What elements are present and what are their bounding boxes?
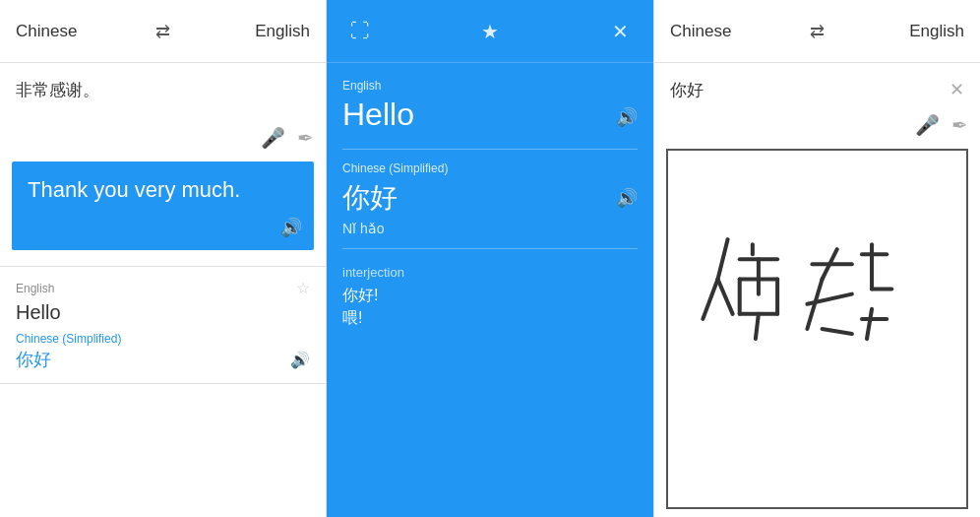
def-example-2: 喂! <box>342 308 638 329</box>
history-target-lang: Chinese (Simplified) <box>16 332 310 346</box>
left-translation-box: Thank you very much. 🔊 <box>12 162 314 250</box>
left-header: Chinese ⇄ English <box>0 0 326 63</box>
def-target-speaker[interactable]: 🔊 <box>616 187 638 209</box>
left-input-text: 非常感谢。 <box>16 81 99 99</box>
def-source-row: Hello 🔊 <box>342 97 638 137</box>
def-source-word: Hello <box>342 97 414 133</box>
right-handwriting-icon[interactable]: ✒ <box>951 113 968 137</box>
right-target-lang[interactable]: English <box>837 22 965 41</box>
def-source-speaker[interactable]: 🔊 <box>616 106 638 128</box>
def-target-lang: Chinese (Simplified) <box>342 162 638 175</box>
left-translation-speaker[interactable]: 🔊 <box>280 217 302 238</box>
swap-languages-button[interactable]: ⇄ <box>144 12 183 51</box>
history-item-header: English ☆ <box>16 279 310 297</box>
center-header: ⛶ ★ ✕ <box>327 0 653 63</box>
right-header: Chinese ⇄ English <box>654 0 980 63</box>
right-source-lang[interactable]: Chinese <box>670 22 798 41</box>
def-example-1: 你好! <box>342 286 638 306</box>
def-section-title: interjection <box>342 265 638 280</box>
right-input-icons: 🎤 ✒ <box>654 109 980 141</box>
right-input-text: 你好 <box>670 79 704 101</box>
handwriting-svg <box>668 151 966 507</box>
history-source-word: Hello <box>16 301 310 324</box>
history-translation-row: 你好 🔊 <box>16 348 310 371</box>
def-divider-2 <box>342 248 638 249</box>
right-panel: Chinese ⇄ English 你好 ✕ 🎤 ✒ <box>653 0 980 517</box>
right-swap-button[interactable]: ⇄ <box>798 12 837 51</box>
def-romanization: Nǐ hǎo <box>342 221 638 236</box>
left-input-icons: 🎤 ✒ <box>0 122 326 154</box>
def-source-lang: English <box>342 79 638 93</box>
def-target-row: 你好 🔊 <box>342 179 638 217</box>
center-close-icon[interactable]: ✕ <box>602 20 638 43</box>
center-panel: ⛶ ★ ✕ English Hello 🔊 Chinese (Simplifie… <box>327 0 653 517</box>
left-translation-text: Thank you very much. <box>28 177 240 202</box>
def-divider <box>342 149 638 150</box>
right-close-button[interactable]: ✕ <box>949 79 964 100</box>
center-body: English Hello 🔊 Chinese (Simplified) 你好 … <box>327 63 653 517</box>
history-list: English ☆ Hello Chinese (Simplified) 你好 … <box>0 266 326 517</box>
list-item[interactable]: English ☆ Hello Chinese (Simplified) 你好 … <box>0 267 326 384</box>
history-target-word: 你好 <box>16 348 51 371</box>
left-target-lang[interactable]: English <box>183 22 311 41</box>
star-button[interactable]: ☆ <box>296 279 310 297</box>
left-source-lang[interactable]: Chinese <box>16 22 144 41</box>
history-source-lang: English <box>16 282 54 295</box>
expand-icon[interactable]: ⛶ <box>342 20 378 42</box>
handwriting-icon[interactable]: ✒ <box>297 126 314 150</box>
right-input-area: 你好 ✕ <box>654 63 980 109</box>
center-star-icon[interactable]: ★ <box>472 20 508 43</box>
right-mic-icon[interactable]: 🎤 <box>915 113 940 137</box>
left-input-area: 非常感谢。 <box>0 63 326 122</box>
def-target-word: 你好 <box>342 179 398 217</box>
left-panel: Chinese ⇄ English 非常感谢。 🎤 ✒ Thank you ve… <box>0 0 327 517</box>
handwriting-canvas[interactable] <box>666 149 968 509</box>
mic-icon[interactable]: 🎤 <box>261 126 285 150</box>
history-speaker-icon[interactable]: 🔊 <box>290 351 310 369</box>
